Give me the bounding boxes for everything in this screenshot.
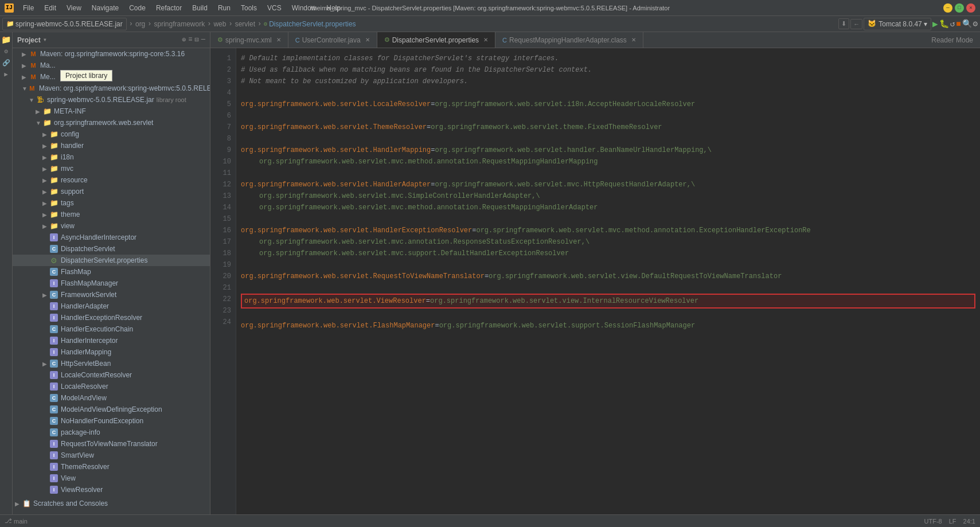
tree-item-HandlerExceptionResolver[interactable]: I HandlerExceptionResolver [13, 312, 210, 323]
tree-item-scratches[interactable]: ▶ 📋 Scratches and Consoles [13, 498, 210, 509]
tab-label: UserController.java [302, 36, 361, 44]
tree-item-HandlerMapping[interactable]: I HandlerMapping [13, 346, 210, 358]
tree-item-HttpServletBean[interactable]: ▶ C HttpServletBean [13, 358, 210, 369]
stop-button[interactable]: ■ [956, 19, 961, 29]
tree-item-resource[interactable]: ▶ 📁 resource [13, 174, 210, 186]
app-icon: IJ [5, 3, 14, 13]
git-update-icon[interactable]: ⬇ [838, 18, 849, 29]
tree-item-FlashMapManager[interactable]: I FlashMapManager [13, 278, 210, 289]
tree-label: view [61, 222, 75, 230]
run-button[interactable]: ▶ [932, 18, 938, 30]
tab-close-props[interactable]: ✕ [483, 37, 488, 43]
debug-button[interactable]: 🐛 [939, 19, 949, 29]
tree-item-RequestToViewNameTranslator[interactable]: I RequestToViewNameTranslator [13, 438, 210, 450]
menu-file[interactable]: File [18, 3, 38, 13]
tree-item-view[interactable]: ▶ 📁 view [13, 220, 210, 232]
refresh-button[interactable]: ↺ [950, 19, 955, 29]
tree-item-LocaleContextResolver[interactable]: I LocaleContextResolver [13, 369, 210, 381]
maximize-button[interactable]: □ [955, 3, 964, 13]
tree-item-mvc[interactable]: ▶ 📁 mvc [13, 163, 210, 174]
tree-item-HandlerInterceptor[interactable]: I HandlerInterceptor [13, 335, 210, 346]
tree-item-DispatcherServlet[interactable]: C DispatcherServlet [13, 243, 210, 255]
menu-view[interactable]: View [62, 3, 86, 13]
panel-icon-3[interactable]: 🔗 [1, 57, 11, 68]
reader-mode[interactable]: Reader Mode [924, 32, 980, 48]
sidebar-tree: ▶ M Maven: org.springframework:spring-co… [13, 48, 210, 514]
search-button[interactable]: 🔍 [962, 19, 972, 29]
left-panel: 📁 ⚙ 🔗 ▶ [0, 32, 13, 514]
tree-item-ModelAndView[interactable]: C ModelAndView [13, 392, 210, 404]
tree-item-maven-core[interactable]: ▶ M Maven: org.springframework:spring-co… [13, 48, 210, 60]
tree-item-HandlerAdapter[interactable]: I HandlerAdapter [13, 300, 210, 312]
line-num: 20 [210, 271, 231, 282]
panel-icon-1[interactable]: 📁 [1, 34, 11, 45]
tree-item-meta-inf[interactable]: ▶ 📁 META-INF [13, 106, 210, 117]
tree-item-jar[interactable]: ▼ 🗜 spring-webmvc-5.0.5.RELEASE.jar libr… [13, 94, 210, 106]
tree-item-maven-exp[interactable]: ▶ M Ma... [13, 60, 210, 71]
code-content[interactable]: # Default implementation classes for Dis… [236, 48, 980, 514]
tree-item-LocaleResolver[interactable]: I LocaleResolver [13, 381, 210, 392]
tree-item-HandlerExecutionChain[interactable]: C HandlerExecutionChain [13, 323, 210, 335]
tab-user-controller[interactable]: C UserController.java ✕ [288, 32, 377, 48]
menu-tools[interactable]: Tools [236, 3, 261, 13]
tree-label: org.springframework.web.servlet [54, 119, 153, 127]
tree-label: SmartView [61, 451, 94, 459]
tree-item-handler[interactable]: ▶ 📁 handler [13, 140, 210, 151]
tab-dispatcher-props[interactable]: ⚙ DispatcherServlet.properties ✕ [377, 32, 495, 48]
settings-button[interactable]: ⚙ [973, 19, 978, 29]
tree-item-package-info[interactable]: C package-info [13, 427, 210, 438]
tree-item-ViewResolver[interactable]: I ViewResolver [13, 484, 210, 495]
back-icon[interactable]: ← [850, 19, 862, 29]
tree-item-tags[interactable]: ▶ 📁 tags [13, 197, 210, 209]
menu-navigate[interactable]: Navigate [87, 3, 123, 13]
folder-icon: 📁 [42, 118, 52, 127]
sidebar-icon-3[interactable]: ⊟ [195, 36, 199, 44]
tree-label: HandlerExceptionResolver [61, 314, 142, 322]
tree-item-ModelAndViewDefiningException[interactable]: C ModelAndViewDefiningException [13, 404, 210, 415]
panel-icon-4[interactable]: ▶ [1, 69, 11, 79]
tree-item-NoHandlerFoundException[interactable]: C NoHandlerFoundException [13, 415, 210, 427]
tab-close-xml[interactable]: ✕ [276, 37, 281, 43]
class-icon: C [49, 244, 58, 253]
tab-spring-mvc-xml[interactable]: ⚙ spring-mvc.xml ✕ [210, 32, 288, 48]
tree-item-maven-webmvc[interactable]: ▼ M Maven: org.springframework:spring-we… [13, 83, 210, 94]
project-selector[interactable]: 📁 spring-webmvc-5.0.5.RELEASE.jar [2, 18, 127, 30]
sidebar-icon-1[interactable]: ⊕ [182, 36, 186, 44]
tab-close-class[interactable]: ✕ [631, 37, 636, 43]
tree-label: AsyncHandlerInterceptor [61, 233, 136, 241]
code-line-16: org.springframework.web.servlet.HandlerE… [241, 225, 975, 236]
sidebar-dropdown-icon[interactable]: ▾ [43, 36, 47, 44]
tree-item-ThemeResolver[interactable]: I ThemeResolver [13, 461, 210, 473]
tree-item-i18n[interactable]: ▶ 📁 i18n [13, 151, 210, 163]
close-button[interactable]: ✕ [966, 3, 975, 13]
menu-code[interactable]: Code [124, 3, 150, 13]
tree-item-theme[interactable]: ▶ 📁 theme [13, 209, 210, 220]
tab-request-mapping[interactable]: C RequestMappingHandlerAdapter.class ✕ [495, 32, 643, 48]
line-num: 14 [210, 202, 231, 213]
tree-item-SmartView[interactable]: I SmartView [13, 450, 210, 461]
tree-item-DispatcherServletProperties[interactable]: ⚙ DispatcherServlet.properties ◀ [13, 255, 210, 266]
tree-item-AsyncHandlerInterceptor[interactable]: I AsyncHandlerInterceptor [13, 232, 210, 243]
tab-close-java[interactable]: ✕ [365, 37, 370, 43]
menu-edit[interactable]: Edit [40, 3, 61, 13]
menu-vcs[interactable]: VCS [263, 3, 286, 13]
panel-icon-2[interactable]: ⚙ [1, 46, 11, 56]
sidebar-icon-4[interactable]: — [201, 36, 205, 44]
minimize-button[interactable]: — [943, 3, 952, 13]
interface-icon: I [49, 233, 58, 242]
menu-refactor[interactable]: Refactor [151, 3, 186, 13]
menu-run[interactable]: Run [213, 3, 235, 13]
tree-item-org-sf[interactable]: ▼ 📁 org.springframework.web.servlet [13, 117, 210, 128]
tree-item-FrameworkServlet[interactable]: ▶ C FrameworkServlet [13, 289, 210, 300]
tree-label: Scratches and Consoles [33, 499, 108, 508]
tomcat-config[interactable]: 🐱 Tomcat 8.0.47 ▾ [864, 18, 931, 30]
tree-arrow: ▶ [42, 189, 49, 195]
tree-item-support[interactable]: ▶ 📁 support [13, 186, 210, 197]
tree-item-View[interactable]: I View [13, 473, 210, 484]
menu-build[interactable]: Build [188, 3, 212, 13]
tree-item-FlashMap[interactable]: C FlashMap [13, 266, 210, 278]
interface-icon: I [49, 302, 58, 311]
tree-item-maven-jcl[interactable]: ▶ M Me... Project library [13, 71, 210, 83]
sidebar-icon-2[interactable]: ≡ [188, 36, 192, 44]
tree-item-config[interactable]: ▶ 📁 config [13, 128, 210, 140]
